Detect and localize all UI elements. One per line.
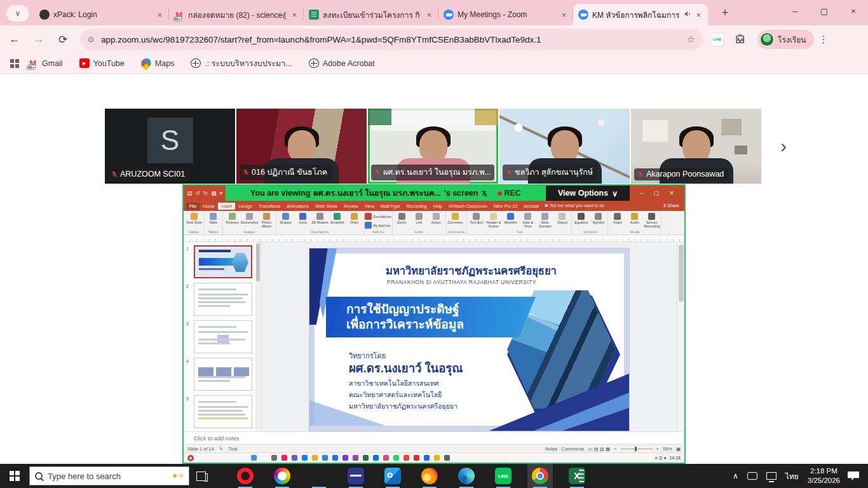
taskbar-app-copilot[interactable] bbox=[269, 464, 295, 488]
new-tab-button[interactable]: + bbox=[717, 6, 733, 20]
ribbon-button-chart[interactable]: Chart bbox=[346, 212, 363, 224]
shared-taskbar-app-1[interactable] bbox=[261, 455, 267, 461]
browser-tab-4[interactable]: KM หัวข้อการพลิกโฉมการวั× bbox=[573, 4, 708, 25]
participant-tile-4[interactable]: Akarapon Poonsawad bbox=[631, 109, 761, 184]
ribbon-button-pictures[interactable]: Pictures bbox=[224, 212, 241, 224]
shared-taskbar-app-8[interactable] bbox=[332, 455, 338, 461]
shared-taskbar-app-16[interactable] bbox=[414, 455, 419, 461]
shared-taskbar-app-14[interactable] bbox=[393, 455, 399, 461]
next-videos-button[interactable]: › bbox=[773, 132, 794, 160]
ribbon-button-equation[interactable]: Equation bbox=[573, 212, 590, 224]
participant-tile-2[interactable]: ผศ.ดร.นงเยาว์ ในอรุณ มรภ.พ... bbox=[368, 109, 498, 184]
tab-close-icon[interactable]: × bbox=[290, 10, 299, 20]
ppt-quick-access-toolbar[interactable]: ▤↺↻▦▾ bbox=[184, 186, 226, 201]
meet-now-icon[interactable] bbox=[747, 472, 757, 480]
ribbon-button-screenshot[interactable]: Screenshot bbox=[241, 212, 258, 224]
site-info-icon[interactable]: ⊙ bbox=[88, 35, 95, 44]
slide-1[interactable]: มหาวิทยาลัยราชภัฏพระนครศรีอยุธยา PRANAKH… bbox=[309, 248, 629, 431]
ribbon-button-audio[interactable]: Audio bbox=[626, 212, 643, 224]
line-extension-icon[interactable]: LINE bbox=[709, 31, 726, 48]
zoom-slider[interactable] bbox=[621, 449, 653, 449]
hidden-icons-button[interactable]: ∧ bbox=[733, 471, 738, 480]
browser-tab-1[interactable]: M80+กล่องจดหมาย (82) - science@× bbox=[169, 4, 304, 25]
tab-search-button[interactable]: ∨ bbox=[6, 5, 29, 22]
close-button[interactable]: × bbox=[839, 0, 868, 22]
shared-taskbar-app-13[interactable] bbox=[383, 455, 389, 461]
taskbar-app-line[interactable]: LINE bbox=[491, 464, 516, 488]
bookmark-2[interactable]: Maps bbox=[141, 57, 175, 70]
tab-close-icon[interactable]: × bbox=[694, 10, 703, 20]
ribbon-button-header-footer[interactable]: Header & Footer bbox=[485, 212, 502, 228]
ribbon-button-get-add-ins[interactable]: Get Add-ins bbox=[365, 212, 391, 220]
ribbon-button-symbol[interactable]: Symbol bbox=[590, 212, 607, 224]
taskbar-app-firefox[interactable] bbox=[417, 464, 442, 488]
participant-tile-0[interactable]: SARUZOOM SCI01 bbox=[105, 109, 235, 184]
zoom-in-button[interactable]: + bbox=[656, 446, 659, 452]
shared-taskbar-app-2[interactable] bbox=[271, 455, 277, 461]
ribbon-button-new-slide[interactable]: New Slide bbox=[186, 212, 203, 224]
shared-taskbar-app-4[interactable] bbox=[292, 455, 297, 461]
ribbon-button-smartart[interactable]: SmartArt bbox=[329, 212, 346, 224]
task-view-button[interactable] bbox=[189, 464, 212, 488]
browser-tab-2[interactable]: ลงทะเบียนเข้าร่วมโครงการ กิจกร× bbox=[304, 4, 438, 25]
bookmark-star-icon[interactable]: ☆ bbox=[687, 34, 695, 45]
shared-taskbar-app-17[interactable] bbox=[424, 455, 430, 461]
ribbon-button-link[interactable]: Link bbox=[410, 212, 428, 224]
ppt-tab-slide-show[interactable]: Slide Show bbox=[312, 203, 341, 210]
browser-tab-0[interactable]: xPack: Login× bbox=[34, 4, 169, 25]
ribbon-button-text-box[interactable]: Text Box bbox=[468, 212, 485, 224]
apps-grid-icon[interactable] bbox=[10, 59, 19, 68]
ppt-tab-design[interactable]: Design bbox=[235, 203, 255, 210]
tell-me-box[interactable]: ✱ Tell me what you want to do bbox=[545, 203, 604, 208]
ppt-share-button[interactable]: ⊻ Share bbox=[663, 203, 679, 208]
ribbon-button-video[interactable]: Video bbox=[609, 212, 626, 224]
ppt-tab-help[interactable]: Help bbox=[430, 203, 445, 210]
tab-close-icon[interactable]: × bbox=[424, 10, 433, 20]
shared-taskbar-app-7[interactable] bbox=[322, 455, 328, 461]
slide-thumbnail-3[interactable]: 3 bbox=[186, 320, 259, 353]
taskbar-app-excel[interactable]: X bbox=[564, 464, 590, 488]
tab-close-icon[interactable]: × bbox=[559, 10, 568, 20]
ppt-window-controls[interactable]: ‒▢✕ bbox=[630, 186, 684, 201]
ribbon-button-action[interactable]: Action bbox=[428, 212, 445, 224]
taskbar-search[interactable]: Type here to search ✦✧ bbox=[29, 466, 189, 485]
notes-pane[interactable]: Click to add notes bbox=[184, 431, 684, 444]
ribbon-button-screen-recording[interactable]: Screen Recording bbox=[643, 212, 660, 228]
taskbar-app-scanner[interactable] bbox=[343, 464, 369, 488]
reload-button[interactable]: ⟳ bbox=[53, 30, 72, 49]
slide-thumbnail-5[interactable]: 5 bbox=[186, 395, 259, 428]
language-indicator[interactable]: Thai bbox=[228, 446, 238, 452]
shared-taskbar-app-9[interactable] bbox=[342, 455, 348, 461]
ppt-tab-view[interactable]: View bbox=[362, 203, 377, 210]
ppt-tab-insert[interactable]: Insert bbox=[218, 203, 236, 210]
taskbar-clock[interactable]: 2:18 PM 3/25/2026 bbox=[808, 466, 840, 485]
zoom-level[interactable]: 55% bbox=[663, 446, 672, 452]
shared-taskbar-app-15[interactable] bbox=[403, 455, 409, 461]
back-button[interactable]: ← bbox=[5, 30, 24, 49]
slide-scrollbar[interactable] bbox=[677, 242, 684, 431]
ribbon-button-comment[interactable]: Comment bbox=[447, 212, 464, 224]
shared-taskbar-app-12[interactable] bbox=[373, 455, 379, 461]
ribbon-button-table[interactable]: Table bbox=[205, 212, 222, 224]
view-buttons[interactable]: ▭ ▤ ▥ ▦ bbox=[588, 446, 611, 452]
shared-taskbar-app-18[interactable] bbox=[434, 455, 440, 461]
ppt-tab-mathtype[interactable]: MathType bbox=[377, 203, 403, 210]
minimize-button[interactable]: – bbox=[780, 0, 810, 22]
ppt-tab-review[interactable]: Review bbox=[341, 203, 362, 210]
bookmark-3[interactable]: .: ระบบบริหารงบประมา... bbox=[191, 57, 292, 70]
taskbar-app-opera[interactable] bbox=[233, 464, 258, 488]
fit-slide-button[interactable]: ▣ bbox=[676, 446, 681, 452]
start-button[interactable] bbox=[0, 464, 29, 488]
ribbon-button-slide-number[interactable]: Slide Number bbox=[536, 212, 553, 228]
ppt-tab-transitions[interactable]: Transitions bbox=[255, 203, 283, 210]
shared-taskbar-app-11[interactable] bbox=[363, 455, 369, 461]
ppt-tab-hiteach-classroom[interactable]: HiTeach Classroom bbox=[445, 203, 491, 210]
taskbar-app-chrome[interactable] bbox=[527, 464, 553, 488]
notes-button[interactable]: Notes bbox=[545, 446, 558, 452]
ribbon-button-wordart[interactable]: WordArt bbox=[502, 212, 519, 224]
ppt-tab-file[interactable]: File bbox=[186, 203, 200, 210]
thumbnail-scrollbar[interactable] bbox=[255, 242, 261, 431]
profile-chip[interactable]: โรงเรียน bbox=[757, 30, 814, 49]
slide-thumbnail-1[interactable]: 1 bbox=[186, 245, 259, 278]
taskbar-app-outlook[interactable] bbox=[380, 464, 405, 488]
